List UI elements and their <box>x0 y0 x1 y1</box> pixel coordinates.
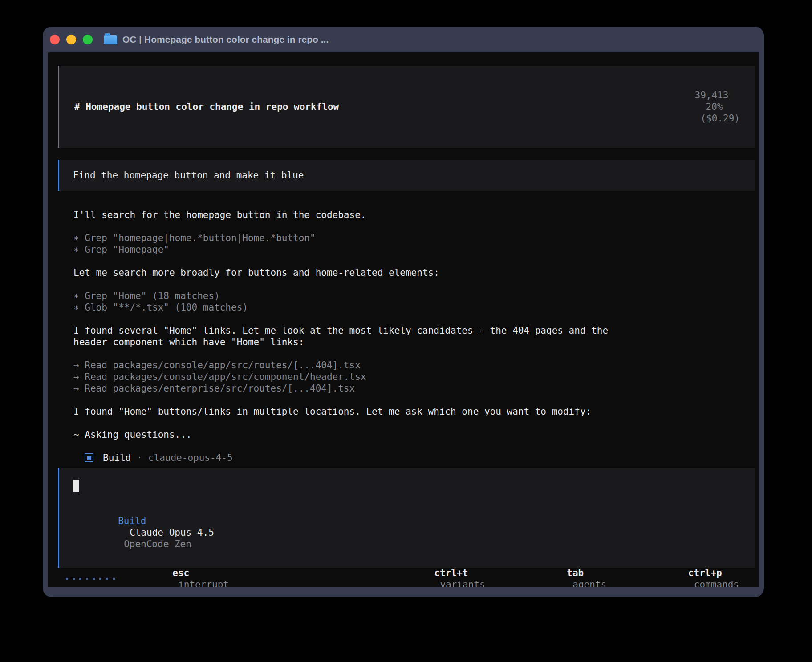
model-name: claude-opus-4-5 <box>148 452 233 464</box>
terminal-content: # Homepage button color change in repo w… <box>48 52 759 587</box>
transcript-line: → Read packages/console/app/src/routes/[… <box>73 359 755 371</box>
transcript-line <box>73 221 755 232</box>
spinner-dot <box>106 578 108 580</box>
terminal-window: OC | Homepage button color change in rep… <box>43 27 764 597</box>
transcript-line <box>73 394 755 406</box>
transcript-line: → Read packages/console/app/src/componen… <box>73 371 755 383</box>
transcript: I'll search for the homepage button in t… <box>73 209 755 440</box>
window-title: OC | Homepage button color change in rep… <box>122 34 329 45</box>
session-header: # Homepage button color change in repo w… <box>58 66 755 148</box>
transcript-line: header component which have "Home" links… <box>73 336 755 348</box>
spinner-dot <box>66 578 68 580</box>
user-message: Find the homepage button and make it blu… <box>58 160 755 191</box>
input-provider: OpenCode Zen <box>124 539 191 549</box>
spinner-dot <box>99 578 102 580</box>
transcript-line <box>73 279 755 290</box>
close-button[interactable] <box>50 35 60 44</box>
session-cost: ($0.29) <box>700 113 740 124</box>
transcript-line: → Read packages/enterprise/src/routes/[.… <box>73 383 755 394</box>
folder-icon <box>104 35 117 44</box>
transcript-line <box>73 348 755 359</box>
spinner-dot <box>113 578 115 580</box>
window-controls <box>50 35 93 44</box>
shortcut-label: commands <box>694 579 739 587</box>
shortcut-label: agents <box>572 579 606 587</box>
transcript-line <box>73 417 755 429</box>
transcript-line: ~ Asking questions... <box>73 429 755 440</box>
input-agent: Build <box>118 516 146 526</box>
agent-name: Build <box>103 452 131 464</box>
input-line <box>73 480 741 492</box>
shortcut-hint: tab agents <box>499 556 607 587</box>
shortcut-key: ctrl+p <box>688 568 722 578</box>
interrupt-hint: esc interrupt <box>127 556 229 587</box>
shortcut-hint: ctrl+p commands <box>621 556 739 587</box>
transcript-line: ∗ Grep "Home" (18 matches) <box>73 290 755 302</box>
spinner-dot <box>86 578 88 580</box>
zoom-button[interactable] <box>83 35 93 44</box>
context-percent: 20% <box>706 101 723 112</box>
transcript-line <box>73 255 755 267</box>
shortcut-hint: ctrl+t variants <box>367 556 485 587</box>
spinner-dots <box>66 578 115 580</box>
session-title: # Homepage button color change in repo w… <box>74 101 339 113</box>
transcript-line: I found "Home" buttons/links in multiple… <box>73 406 755 417</box>
text-cursor <box>73 480 79 492</box>
spinner-dot <box>93 578 95 580</box>
status-bar: esc interrupt ctrl+t variants tab agents… <box>58 573 755 585</box>
spinner-dot <box>79 578 81 580</box>
agent-build-icon <box>85 453 93 462</box>
prompt-input[interactable]: Build Claude Opus 4.5 OpenCode Zen <box>58 468 755 568</box>
transcript-line: ∗ Glob "**/*.tsx" (100 matches) <box>73 302 755 313</box>
shortcut-key: tab <box>567 568 584 578</box>
token-count: 39,413 <box>694 90 728 101</box>
shortcut-hints: ctrl+t variants tab agents ctrl+p comman… <box>367 556 739 587</box>
esc-key-label: esc <box>172 568 189 578</box>
transcript-line: ∗ Grep "homepage|home.*button|Home.*butt… <box>73 232 755 244</box>
shortcut-label: variants <box>440 579 485 587</box>
transcript-line: Let me search more broadly for buttons a… <box>73 267 755 279</box>
transcript-line: ∗ Grep "Homepage" <box>73 244 755 255</box>
transcript-line: I'll search for the homepage button in t… <box>73 209 755 221</box>
interrupt-label: interrupt <box>178 579 229 587</box>
transcript-line <box>73 313 755 325</box>
minimize-button[interactable] <box>66 35 76 44</box>
shortcut-key: ctrl+t <box>434 568 468 578</box>
spinner-dot <box>73 578 75 580</box>
input-model: Claude Opus 4.5 <box>130 527 214 538</box>
agent-status-row: Build · claude-opus-4-5 <box>73 452 755 464</box>
input-status-row: Build Claude Opus 4.5 OpenCode Zen <box>73 504 741 561</box>
session-stats: 39,413 20% ($0.29) <box>650 78 740 136</box>
transcript-line: I found several "Home" links. Let me loo… <box>73 325 755 336</box>
separator-dot: · <box>137 452 142 464</box>
titlebar: OC | Homepage button color change in rep… <box>43 27 764 52</box>
